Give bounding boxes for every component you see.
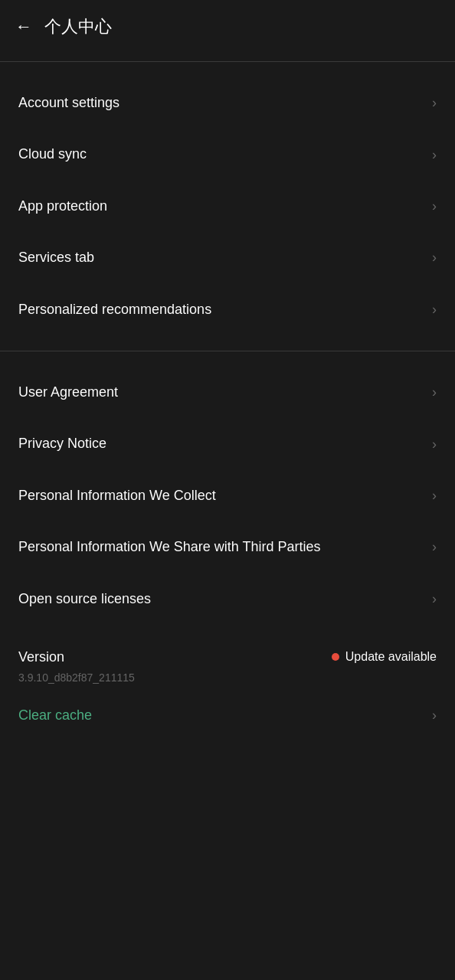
menu-item-clear-cache[interactable]: Clear cache › bbox=[0, 690, 455, 741]
menu-item-label: Open source licenses bbox=[18, 590, 423, 608]
back-button[interactable]: ← bbox=[15, 18, 32, 35]
menu-item-label: Personal Information We Collect bbox=[18, 487, 423, 505]
menu-item-cloud-sync[interactable]: Cloud sync › bbox=[0, 129, 455, 180]
menu-item-label: Personal Information We Share with Third… bbox=[18, 538, 423, 556]
divider-middle bbox=[0, 351, 455, 351]
menu-item-user-agreement[interactable]: User Agreement › bbox=[0, 367, 455, 418]
update-text: Update available bbox=[345, 650, 437, 664]
chevron-icon: › bbox=[432, 250, 437, 266]
menu-item-label: Cloud sync bbox=[18, 145, 423, 163]
chevron-icon: › bbox=[432, 198, 437, 214]
chevron-icon: › bbox=[432, 436, 437, 452]
menu-item-label: App protection bbox=[18, 198, 423, 215]
menu-item-personal-info-share[interactable]: Personal Information We Share with Third… bbox=[0, 521, 455, 573]
menu-item-label: Account settings bbox=[18, 94, 423, 112]
update-dot bbox=[332, 653, 339, 661]
menu-item-label: User Agreement bbox=[18, 384, 423, 401]
menu-item-privacy-notice[interactable]: Privacy Notice › bbox=[0, 418, 455, 469]
version-header: Version Update available bbox=[18, 649, 437, 665]
version-number: 3.9.10_d8b2f87_211115 bbox=[18, 671, 437, 684]
chevron-icon: › bbox=[432, 591, 437, 607]
chevron-icon: › bbox=[432, 539, 437, 555]
menu-item-account-settings[interactable]: Account settings › bbox=[0, 77, 455, 129]
section-legal: User Agreement › Privacy Notice › Person… bbox=[0, 359, 455, 632]
version-section: Version Update available 3.9.10_d8b2f87_… bbox=[0, 632, 455, 690]
menu-item-services-tab[interactable]: Services tab › bbox=[0, 232, 455, 283]
chevron-icon: › bbox=[432, 302, 437, 318]
menu-item-label: Personalized recommendations bbox=[18, 301, 423, 318]
section-account: Account settings › Cloud sync › App prot… bbox=[0, 70, 455, 343]
menu-item-open-source[interactable]: Open source licenses › bbox=[0, 573, 455, 625]
divider-top bbox=[0, 61, 455, 62]
chevron-icon: › bbox=[432, 147, 437, 163]
chevron-icon: › bbox=[432, 95, 437, 111]
menu-item-personalized-recommendations[interactable]: Personalized recommendations › bbox=[0, 284, 455, 335]
version-label: Version bbox=[18, 649, 64, 665]
chevron-icon: › bbox=[432, 488, 437, 504]
clear-cache-label: Clear cache bbox=[18, 707, 423, 724]
chevron-icon: › bbox=[432, 707, 437, 724]
menu-item-personal-info-collect[interactable]: Personal Information We Collect › bbox=[0, 470, 455, 521]
menu-item-app-protection[interactable]: App protection › bbox=[0, 181, 455, 232]
chevron-icon: › bbox=[432, 384, 437, 400]
page-title: 个人中心 bbox=[44, 15, 112, 38]
menu-item-label: Privacy Notice bbox=[18, 435, 423, 452]
menu-item-label: Services tab bbox=[18, 249, 423, 266]
update-badge: Update available bbox=[332, 650, 437, 664]
header: ← 个人中心 bbox=[0, 0, 455, 54]
